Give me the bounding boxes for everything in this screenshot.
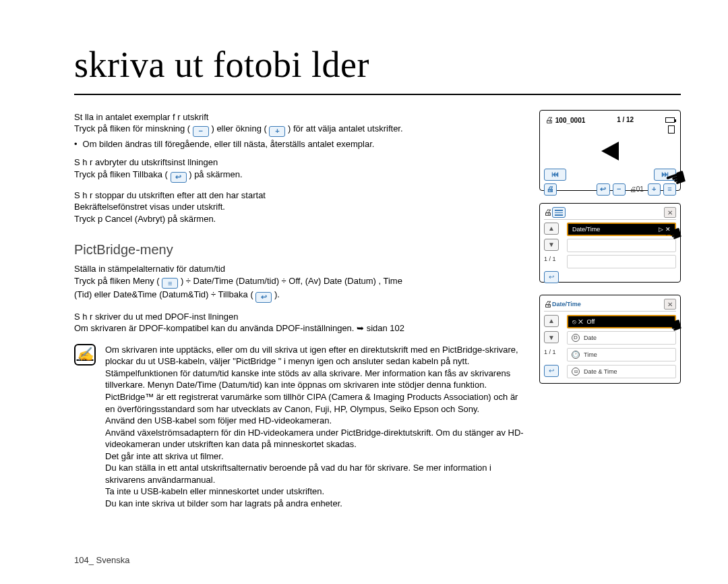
panel1-copies: 🖨01 xyxy=(630,185,644,194)
panel2-selected-item[interactable]: Date/Time ▷ ✕ xyxy=(567,223,676,236)
panel1-copies-value: 01 xyxy=(636,185,644,193)
battery-icon xyxy=(665,117,675,123)
prev-button[interactable]: ⏮ xyxy=(544,169,566,181)
panel1-actionrow: 🖨 ↩ − 🖨01 + ≡ xyxy=(544,183,676,196)
panel3-title: Date/Time xyxy=(552,300,581,308)
plus-icon: + xyxy=(269,126,285,137)
note-8: Ta inte u USB-kabeln eller minneskortet … xyxy=(105,486,524,498)
panel3-off-label: Off xyxy=(587,318,595,326)
panel2-down-button[interactable]: ▼ xyxy=(544,239,559,251)
right-column: 100_0001 1 / 12 ⏮ ⏭ 🖨 ↩ − xyxy=(539,110,681,510)
time-icon: 🕐 xyxy=(572,351,580,359)
back-icon-2: ↩ xyxy=(255,292,272,303)
step2-p1b: ) på skärmen. xyxy=(189,169,242,179)
note-2: Stämpelfunktionen för datum/tid kanske i… xyxy=(105,368,524,391)
print-button[interactable]: 🖨 xyxy=(544,183,557,196)
pict-line: Tryck på fliken Meny ( ≡ ) ÷ Date/Time (… xyxy=(74,275,524,303)
panel3-date-label: Date xyxy=(584,334,597,342)
step1-line: Tryck på fliken för minskning ( − ) elle… xyxy=(74,123,524,137)
panel3-opt-time[interactable]: 🕐 Time xyxy=(567,348,676,361)
off-strike-icon: ⦸ ✕ xyxy=(572,318,583,326)
text-column: St lla in antalet exemplar f r utskrift … xyxy=(74,110,524,510)
panel1-minus-button[interactable]: − xyxy=(613,183,626,196)
minus-icon: − xyxy=(193,126,209,137)
panel2-back-button[interactable]: ↩ xyxy=(544,271,559,283)
panel1-navrow: ⏮ ⏭ xyxy=(544,169,676,181)
panel3-header: Date/Time ✕ xyxy=(544,299,676,312)
panel2-page: 1 / 1 xyxy=(544,255,564,268)
menu-icon: ≡ xyxy=(162,278,178,289)
panel3-up-button[interactable]: ▲ xyxy=(544,315,559,327)
close-button[interactable]: ✕ xyxy=(664,207,676,218)
menu-tab-icon xyxy=(552,207,566,218)
step3-p1: Bekräftelsefönstret visas under utskrift… xyxy=(74,201,524,213)
pict-sub: Ställa in stämpelalternativ för datum/ti… xyxy=(74,263,524,275)
device-panel-2: ✕ ▲ Date/Time ▷ ✕ ▼ 1 / 1 ↩ ☚ xyxy=(539,203,681,283)
printer-icon xyxy=(545,117,553,124)
panel2-header: ✕ xyxy=(544,208,676,220)
panel1-folder: 100_0001 xyxy=(555,117,586,124)
panel3-opt-datetime[interactable]: ⧈ Date & Time xyxy=(567,365,676,378)
device-panel-3: Date/Time ✕ ▲ ⦸ ✕ Off ▼ D Date 1 / 1 🕐 T… xyxy=(539,295,681,384)
main-columns: St lla in antalet exemplar f r utskrift … xyxy=(74,110,681,510)
step2-head: S h r avbryter du utskriftsinst llningen xyxy=(74,156,524,169)
panel3-opt-date[interactable]: D Date xyxy=(567,331,676,345)
note-5: Använd växelströmsadaptern för din HD-vi… xyxy=(105,427,524,450)
pict-a: Tryck på fliken Meny ( xyxy=(74,276,160,286)
panel2-item-2[interactable] xyxy=(567,239,676,252)
back-icon: ↩ xyxy=(171,172,187,183)
panel2-item-3[interactable] xyxy=(567,255,676,268)
pict-c: (Tid) eller Date&Time (Datum&Tid) ÷ Till… xyxy=(74,289,253,299)
panel1-back-button[interactable]: ↩ xyxy=(597,183,609,196)
note-1: Om skrivaren inte upptäcks, eller om du … xyxy=(105,344,524,368)
date-icon: D xyxy=(572,334,580,342)
step1-bullet: Om bilden ändras till föregående, eller … xyxy=(74,138,524,150)
next-button[interactable]: ⏭ xyxy=(654,169,676,181)
step3-p2: Tryck p Cancel (Avbryt) på skärmen. xyxy=(74,213,524,225)
panel1-topbar: 100_0001 1 / 12 xyxy=(544,115,676,125)
panel1-status xyxy=(665,117,675,123)
datetime-icon: ⧈ xyxy=(572,368,580,376)
printer-icon-3 xyxy=(544,299,552,310)
note-list: Om skrivaren inte upptäcks, eller om du … xyxy=(105,344,524,510)
panel2-up-button[interactable]: ▲ xyxy=(544,223,559,235)
note-box: ✍ Om skrivaren inte upptäcks, eller om d… xyxy=(74,344,524,510)
panel3-dt-label: Date & Time xyxy=(584,368,617,376)
panel1-plus-button[interactable]: + xyxy=(648,183,661,196)
panel3-down-button[interactable]: ▼ xyxy=(544,331,559,343)
note-4: Använd den USB-kabel som följer med HD-v… xyxy=(105,415,524,427)
step1-p1a: Tryck på fliken för minskning ( xyxy=(74,123,190,134)
panel3-back-button[interactable]: ↩ xyxy=(544,365,559,377)
panel3-opt-off[interactable]: ⦸ ✕ Off xyxy=(567,315,676,328)
step2-p1a: Tryck på fliken Tillbaka ( xyxy=(74,169,168,179)
page-title: skriva ut fotobi lder xyxy=(74,40,681,95)
printer-icon-2 xyxy=(544,207,552,218)
panel1-preview xyxy=(544,134,676,169)
pictbridge-heading: PictBridge-meny xyxy=(74,241,524,259)
step3-head: S h r stoppar du utskriften efter att de… xyxy=(74,189,524,202)
panel3-time-label: Time xyxy=(584,351,597,359)
pict-d: ). xyxy=(274,289,280,299)
note-icon: ✍ xyxy=(74,344,96,366)
pict-b: ) ÷ Date/Time (Datum/tid) ÷ Off, (Av) Da… xyxy=(181,276,402,286)
step1-p1b: ) eller ökning ( xyxy=(211,123,266,134)
step2-line: Tryck på fliken Tillbaka ( ↩ ) på skärme… xyxy=(74,169,524,183)
step1-bullet-text: Om bilden ändras till föregående, eller … xyxy=(83,138,375,150)
dpof-head: S h r skriver du ut med DPOF-inst llning… xyxy=(74,311,524,323)
panel1-menu-button[interactable]: ≡ xyxy=(663,183,676,196)
note-9: Du kan inte skriva ut bilder som har lag… xyxy=(105,498,524,510)
note-3: PictBridge™ är ett registrerat varumärke… xyxy=(105,391,524,415)
dpof-body: Om skrivaren är DPOF-kompatibel kan du a… xyxy=(74,322,524,334)
panel3-close-button[interactable]: ✕ xyxy=(664,299,676,310)
device-panel-1: 100_0001 1 / 12 ⏮ ⏭ 🖨 ↩ − xyxy=(539,110,681,191)
panel2-sel-label: Date/Time xyxy=(572,225,600,233)
note-7: Du kan ställa in ett antal utskriftsalte… xyxy=(105,462,524,486)
panel1-counter: 1 / 12 xyxy=(617,115,634,125)
step1-head: St lla in antalet exemplar f r utskrift xyxy=(74,111,524,123)
step1-p1c: ) för att välja antalet utskrifter. xyxy=(288,123,403,134)
back-triangle-icon xyxy=(601,142,619,160)
note-6: Det går inte att skriva ut filmer. xyxy=(105,450,524,463)
card-icon xyxy=(668,125,675,134)
panel3-page: 1 / 1 xyxy=(544,348,564,362)
page-footer: 104_ Svenska xyxy=(74,554,129,566)
